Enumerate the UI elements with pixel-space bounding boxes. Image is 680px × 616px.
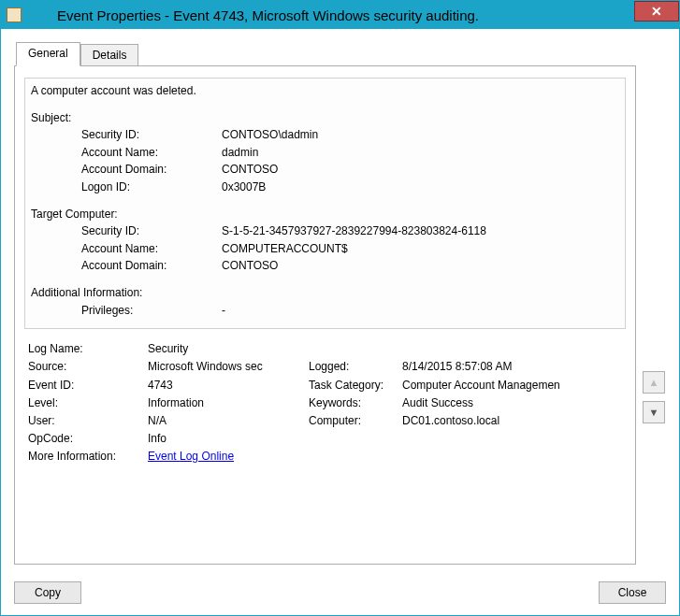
log-name-value: Security xyxy=(148,340,309,358)
computer-value: DC01.contoso.local xyxy=(402,412,622,430)
log-name-label: Log Name: xyxy=(28,340,148,358)
computer-label: Computer: xyxy=(309,412,402,430)
subject-logon-id: 0x3007B xyxy=(222,179,619,196)
keywords-value: Audit Success xyxy=(402,394,622,412)
arrow-down-icon: ▼ xyxy=(649,407,659,418)
subject-account-name-label: Account Name: xyxy=(81,144,222,162)
subject-logon-id-label: Logon ID: xyxy=(81,179,222,196)
next-event-button[interactable]: ▼ xyxy=(643,401,665,423)
copy-button[interactable]: Copy xyxy=(14,581,81,604)
task-category-label: Task Category: xyxy=(309,377,402,394)
window-close-button[interactable]: ✕ xyxy=(634,1,679,21)
event-id-label: Event ID: xyxy=(28,377,148,394)
content-area: General Details A computer account was d… xyxy=(1,29,679,574)
source-value: Microsoft Windows sec xyxy=(148,358,309,376)
subject-security-id-label: Security ID: xyxy=(81,126,222,144)
main-column: General Details A computer account was d… xyxy=(14,42,636,565)
subject-account-name: dadmin xyxy=(222,144,619,162)
subject-security-id: CONTOSO\dadmin xyxy=(222,126,619,144)
task-category-value: Computer Account Managemen xyxy=(402,377,622,394)
source-label: Source: xyxy=(28,358,148,376)
additional-header: Additional Information: xyxy=(31,284,619,302)
close-button[interactable]: Close xyxy=(599,581,666,604)
opcode-label: OpCode: xyxy=(28,430,148,448)
opcode-value: Info xyxy=(148,430,309,448)
level-value: Information xyxy=(148,394,309,412)
level-label: Level: xyxy=(28,394,148,412)
close-icon: ✕ xyxy=(651,4,662,19)
dialog-footer: Copy Close xyxy=(1,574,679,615)
arrow-up-icon: ▲ xyxy=(649,377,659,388)
privileges-label: Privileges: xyxy=(81,302,222,320)
target-account-domain-label: Account Domain: xyxy=(81,257,222,275)
subject-account-domain-label: Account Domain: xyxy=(81,161,222,179)
event-properties-window: Event Properties - Event 4743, Microsoft… xyxy=(0,0,680,616)
more-info-label: More Information: xyxy=(28,448,148,466)
tab-general[interactable]: General xyxy=(16,42,80,66)
event-id-value: 4743 xyxy=(148,377,309,394)
description-summary: A computer account was deleted. xyxy=(31,82,619,100)
target-account-domain: CONTOSO xyxy=(222,257,619,275)
target-security-id: S-1-5-21-3457937927-2839227994-823803824… xyxy=(222,222,619,240)
target-header: Target Computer: xyxy=(31,206,619,223)
titlebar: Event Properties - Event 4743, Microsoft… xyxy=(1,1,679,29)
tab-details[interactable]: Details xyxy=(80,44,139,66)
event-description: A computer account was deleted. Subject:… xyxy=(24,78,626,329)
target-security-id-label: Security ID: xyxy=(81,222,222,240)
tab-strip: General Details xyxy=(14,42,636,66)
subject-account-domain: CONTOSO xyxy=(222,161,619,179)
app-icon xyxy=(7,7,22,22)
keywords-label: Keywords: xyxy=(309,394,402,412)
privileges-value: - xyxy=(222,302,619,320)
window-title: Event Properties - Event 4743, Microsoft… xyxy=(29,7,679,23)
prev-event-button[interactable]: ▲ xyxy=(643,371,665,394)
user-value: N/A xyxy=(148,412,309,430)
user-label: User: xyxy=(28,412,148,430)
target-account-name: COMPUTERACCOUNT$ xyxy=(222,240,619,258)
logged-label: Logged: xyxy=(309,358,402,376)
event-log-online-link[interactable]: Event Log Online xyxy=(148,450,234,463)
event-metadata: Log Name: Security Source: Microsoft Win… xyxy=(24,337,626,466)
tab-panel-general: A computer account was deleted. Subject:… xyxy=(14,65,636,565)
nav-buttons: ▲ ▼ xyxy=(642,42,666,565)
logged-value: 8/14/2015 8:57:08 AM xyxy=(402,358,622,376)
target-account-name-label: Account Name: xyxy=(81,240,222,258)
subject-header: Subject: xyxy=(31,109,619,127)
